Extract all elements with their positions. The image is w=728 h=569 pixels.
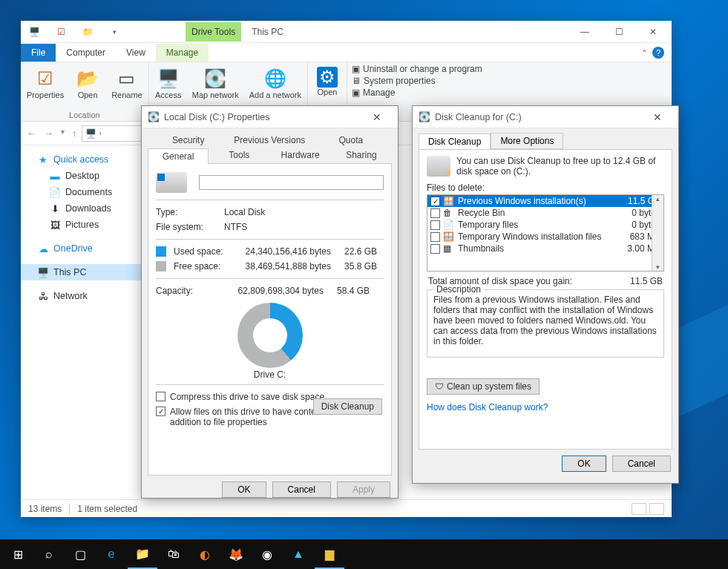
ok-button[interactable]: OK <box>222 481 266 498</box>
store-button[interactable]: 🛍 <box>159 539 188 569</box>
app2-button[interactable]: ▲ <box>283 539 313 569</box>
tab-general[interactable]: General <box>148 148 209 164</box>
type-label: Type: <box>156 207 217 217</box>
properties-button[interactable]: ☑Properties <box>24 65 67 109</box>
list-item[interactable]: ▦Thumbnails3.00 MB <box>427 243 663 254</box>
tab-manage[interactable]: Manage <box>156 44 209 62</box>
start-button[interactable]: ⊞ <box>3 539 33 569</box>
sidebar-downloads[interactable]: ⬇Downloads <box>21 200 150 217</box>
rename-icon: ▭ <box>115 67 139 91</box>
cleanup-icon: 💽 <box>419 111 430 122</box>
pc-icon: 🖥️ <box>85 128 96 139</box>
thumbnails-icon: ▦ <box>443 243 455 254</box>
uninstall-link[interactable]: ▣Uninstall or change a program <box>352 64 482 74</box>
scrollbar[interactable]: ▴▾ <box>652 195 663 271</box>
tab-disk-cleanup[interactable]: Disk Cleanup <box>419 134 491 150</box>
dialog-title: Disk Cleanup for (C:) <box>435 112 522 122</box>
search-button[interactable]: ⌕ <box>34 539 64 569</box>
help-icon[interactable]: ? <box>652 47 664 59</box>
item-checkbox[interactable] <box>430 244 440 254</box>
forward-button[interactable]: → <box>44 128 53 139</box>
tab-quota[interactable]: Quota <box>310 133 392 148</box>
sidebar-thispc[interactable]: 🖥️This PC <box>21 264 150 280</box>
tab-hardware[interactable]: Hardware <box>270 148 331 163</box>
qat-dropdown-icon[interactable]: ▾ <box>105 23 123 41</box>
system-properties-link[interactable]: 🖥System properties <box>352 76 482 86</box>
cancel-button[interactable]: Cancel <box>272 481 331 498</box>
sidebar-onedrive[interactable]: ☁OneDrive <box>21 240 150 257</box>
list-item[interactable]: 🗑Recycle Bin0 bytes <box>427 207 663 219</box>
recent-dropdown[interactable]: ▾ <box>61 128 65 139</box>
minimize-button[interactable]: ― <box>568 21 602 43</box>
item-checkbox[interactable] <box>430 208 440 218</box>
apply-button[interactable]: Apply <box>337 481 390 498</box>
index-checkbox[interactable]: ✓ <box>156 407 165 416</box>
tab-security[interactable]: Security <box>148 133 229 148</box>
edge-button[interactable]: e <box>96 539 126 569</box>
documents-icon: 📄 <box>49 186 61 198</box>
usage-donut <box>237 303 303 368</box>
tab-previous-versions[interactable]: Previous Versions <box>229 133 311 148</box>
qat-properties-icon[interactable]: ☑ <box>52 23 70 41</box>
list-item[interactable]: ✓🪟Previous Windows installation(s)11.5 G… <box>427 195 663 207</box>
rename-button[interactable]: ▭Rename <box>108 65 145 109</box>
how-does-cleanup-work-link[interactable]: How does Disk Cleanup work? <box>427 402 548 412</box>
close-button[interactable]: ✕ <box>362 111 392 123</box>
item-checkbox[interactable] <box>430 232 440 242</box>
filesystem-value: NTFS <box>224 222 247 232</box>
close-button[interactable]: ✕ <box>643 111 672 123</box>
map-network-icon: 💽 <box>203 67 227 91</box>
sysprops-icon: 🖥 <box>352 76 361 86</box>
sidebar-documents[interactable]: 📄Documents <box>21 184 150 200</box>
tab-computer[interactable]: Computer <box>56 44 116 62</box>
manage-link[interactable]: ▣Manage <box>352 88 482 98</box>
properties-dialog: 💽 Local Disk (C:) Properties ✕ Security … <box>141 105 399 499</box>
clean-system-files-button[interactable]: 🛡Clean up system files <box>427 378 540 395</box>
ok-button[interactable]: OK <box>562 455 606 472</box>
access-icon: 🖥️ <box>157 67 180 91</box>
compress-checkbox[interactable] <box>156 392 165 401</box>
tab-tools[interactable]: Tools <box>209 148 269 163</box>
app-button[interactable]: ◐ <box>190 539 220 569</box>
files-list[interactable]: ✓🪟Previous Windows installation(s)11.5 G… <box>427 194 664 272</box>
app3-button[interactable]: ▆ <box>315 539 344 569</box>
item-checkbox[interactable]: ✓ <box>430 197 440 206</box>
open-button[interactable]: 📂Open <box>71 65 104 109</box>
disk-cleanup-button[interactable]: Disk Cleanup <box>313 398 382 415</box>
view-large-button[interactable] <box>649 503 664 515</box>
tab-sharing[interactable]: Sharing <box>331 148 392 163</box>
capacity-bytes: 62,809,698,304 bytes <box>226 286 324 296</box>
firefox-button[interactable]: 🦊 <box>221 539 251 569</box>
network-icon: 🖧 <box>37 290 49 302</box>
cleanup-intro: You can use Disk Cleanup to free up to 1… <box>456 156 664 177</box>
sidebar-quick-access[interactable]: ★Quick access <box>21 151 150 168</box>
sidebar-desktop[interactable]: ▬Desktop <box>21 168 150 184</box>
view-details-button[interactable] <box>632 503 646 515</box>
taskbar: ⊞ ⌕ ▢ e 📁 🛍 ◐ 🦊 ◉ ▲ ▆ <box>0 539 728 569</box>
files-to-delete-label: Files to delete: <box>427 182 664 193</box>
maximize-button[interactable]: ☐ <box>602 21 636 43</box>
close-button[interactable]: ✕ <box>636 21 670 43</box>
qat-newfolder-icon[interactable]: 📁 <box>79 23 96 41</box>
tab-view[interactable]: View <box>116 44 156 62</box>
ribbon-collapse-icon[interactable]: ⌃ <box>641 48 648 58</box>
explorer-button[interactable]: 📁 <box>128 539 157 569</box>
used-color-swatch <box>156 246 166 257</box>
cancel-button[interactable]: Cancel <box>612 455 671 472</box>
thispc-icon[interactable]: 🖥️ <box>25 23 43 41</box>
item-checkbox[interactable] <box>430 220 440 230</box>
cleanup-drive-icon <box>427 156 450 177</box>
recycle-icon: 🗑 <box>443 208 455 218</box>
sidebar-pictures[interactable]: 🖼Pictures <box>21 217 150 233</box>
tab-file[interactable]: File <box>21 44 56 62</box>
tab-more-options[interactable]: More Options <box>491 133 563 149</box>
back-button[interactable]: ← <box>27 128 36 139</box>
sidebar-network[interactable]: 🖧Network <box>21 288 150 304</box>
chrome-button[interactable]: ◉ <box>252 539 282 569</box>
free-gb: 35.8 GB <box>338 261 377 272</box>
task-view-button[interactable]: ▢ <box>65 539 95 569</box>
up-button[interactable]: ↑ <box>72 128 77 139</box>
drive-name-input[interactable] <box>199 175 384 190</box>
list-item[interactable]: 📄Temporary files0 bytes <box>427 219 663 231</box>
list-item[interactable]: 🪟Temporary Windows installation files683… <box>427 231 663 243</box>
